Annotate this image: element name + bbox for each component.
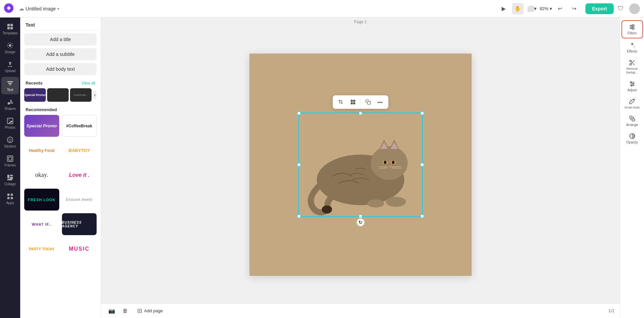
right-panel-remove-bg[interactable]: Remove backgr... — [621, 57, 643, 77]
recents-next-btn[interactable]: › — [93, 90, 97, 100]
resize-handle-tl[interactable] — [297, 112, 301, 115]
sidebar-item-templates[interactable]: Templates — [1, 20, 19, 38]
add-title-btn[interactable]: Add a title — [24, 33, 97, 45]
opacity-icon — [629, 133, 636, 139]
svg-point-61 — [633, 83, 634, 84]
export-button[interactable]: Export — [585, 3, 614, 14]
right-panel-opacity[interactable]: Opacity — [621, 130, 643, 147]
svg-rect-3 — [7, 27, 10, 29]
recents-header: Recents View all — [20, 78, 101, 87]
svg-rect-2 — [10, 24, 13, 26]
doc-icon: ☁ — [19, 5, 24, 12]
add-page-icon — [137, 309, 142, 313]
sidebar-item-stickers[interactable]: Stickers — [1, 133, 19, 151]
logo[interactable] — [4, 3, 13, 14]
recent-item-3[interactable]: COSTUM... — [70, 88, 92, 102]
style-item-babytoy[interactable]: BABYTOY — [62, 139, 97, 161]
resize-handle-ml[interactable] — [297, 163, 301, 166]
trash-btn[interactable]: 🗑 — [120, 306, 131, 316]
recommended-label: Recommended — [26, 107, 57, 112]
right-panel-effects[interactable]: Effects — [621, 39, 643, 56]
style-item-what-if[interactable]: WHAT IF.. — [24, 213, 59, 235]
resize-handle-tr[interactable] — [420, 112, 424, 115]
zoom-control[interactable]: 82% ▾ — [540, 3, 552, 14]
bottombar: 📷 🗑 Add page 1/1 — [101, 303, 620, 318]
sidebar-item-apps[interactable]: Apps — [1, 190, 19, 208]
right-panel-arrange[interactable]: Arrange — [621, 113, 643, 129]
sidebar-item-shapes[interactable]: Shapes — [1, 96, 19, 113]
more-options-btn[interactable]: ••• — [375, 97, 385, 107]
doc-dropdown-arrow[interactable]: ▾ — [57, 6, 59, 11]
right-panel-effects-label: Effects — [627, 50, 637, 53]
float-toolbar: ••• — [333, 95, 388, 109]
recent-item-1[interactable]: Special Promo — [24, 88, 46, 102]
view-options-btn[interactable]: ⬜▾ — [526, 3, 538, 14]
wand-icon — [629, 98, 636, 105]
style-item-music[interactable]: MUSIC — [62, 238, 97, 260]
select-tool-btn[interactable]: ▶ — [498, 3, 509, 14]
right-panel-adjust[interactable]: Adjust — [621, 78, 643, 95]
canvas-container[interactable]: ↻ — [101, 26, 620, 303]
svg-rect-40 — [350, 100, 352, 102]
style-item-healthy-food[interactable]: Healthy Food — [24, 139, 59, 161]
svg-rect-43 — [353, 102, 355, 104]
right-panel-smart-tools-label: Smart tools — [624, 106, 640, 109]
style-item-love-it[interactable]: Love it . — [62, 164, 97, 186]
right-panel-filters[interactable]: Filters — [621, 20, 643, 38]
sidebar-item-text[interactable]: Text — [1, 77, 19, 94]
right-panel-smart-tools[interactable]: Smart tools — [621, 95, 643, 112]
style-item-coffee-break[interactable]: #CoffeeBreak — [62, 115, 97, 137]
svg-point-5 — [9, 44, 11, 46]
add-page-btn[interactable]: Add page — [133, 306, 167, 315]
shield-icon[interactable]: 🛡 — [618, 5, 624, 12]
topbar: ☁ Untitled image ▾ ▶ ✋ ⬜▾ 82% ▾ ↩ ↪ Expo… — [0, 0, 644, 18]
hand-tool-btn[interactable]: ✋ — [512, 3, 523, 14]
sidebar-item-label-shapes: Shapes — [4, 107, 16, 110]
resize-handle-bl[interactable] — [297, 215, 301, 218]
resize-handle-bm[interactable] — [359, 215, 362, 218]
resize-handle-mr[interactable] — [420, 163, 424, 166]
doc-name[interactable]: Untitled image — [26, 6, 56, 11]
style-item-okay[interactable]: okay. — [24, 164, 59, 186]
svg-rect-18 — [7, 194, 9, 196]
crop-tool-btn[interactable] — [335, 97, 346, 107]
sidebar-item-frames[interactable]: Frames — [1, 152, 19, 170]
avatar[interactable] — [629, 3, 640, 14]
recent-item-2[interactable] — [47, 88, 69, 102]
scissors-icon — [629, 59, 636, 66]
add-body-btn[interactable]: Add body text — [24, 63, 97, 75]
style-item-jewelry[interactable]: Exclusive Jewelry — [62, 189, 97, 211]
sidebar-item-upload[interactable]: Upload — [1, 58, 19, 75]
resize-handle-tm[interactable] — [359, 112, 362, 115]
resize-handle-br[interactable] — [420, 215, 424, 218]
svg-point-9 — [7, 137, 13, 143]
recommended-grid: Special Promo #CoffeeBreak Healthy Food … — [20, 114, 101, 264]
svg-rect-17 — [7, 179, 12, 181]
view-all-link[interactable]: View all — [81, 81, 95, 86]
redo-btn[interactable]: ↪ — [569, 3, 580, 14]
recommended-header: Recommended — [20, 104, 101, 114]
svg-rect-13 — [8, 157, 11, 160]
style-item-business[interactable]: BUSINESS AGENCY — [62, 213, 97, 235]
image-selection-box[interactable]: ↻ — [298, 113, 423, 217]
left-panel: Text Add a title Add a subtitle Add body… — [20, 18, 101, 318]
add-subtitle-btn[interactable]: Add a subtitle — [24, 48, 97, 60]
undo-btn[interactable]: ↩ — [554, 3, 566, 14]
toolbar-divider — [360, 99, 361, 105]
sidebar-item-design[interactable]: Design — [1, 39, 19, 57]
sidebar-item-label-collage: Collage — [4, 182, 16, 186]
style-item-special-promo[interactable]: Special Promo — [24, 115, 59, 137]
sidebar-item-photos[interactable]: Photos — [1, 115, 19, 132]
sidebar-item-collage[interactable]: Collage — [1, 171, 19, 189]
svg-point-55 — [630, 60, 631, 62]
camera-btn[interactable]: 📷 — [106, 306, 117, 316]
collage-tool-btn[interactable] — [347, 97, 358, 107]
sidebar-item-label-templates: Templates — [2, 31, 18, 35]
style-item-fresh-look[interactable]: FRESH LOOK — [24, 189, 59, 211]
sidebar-item-label-design: Design — [5, 50, 15, 54]
main-area: Templates Design Upload Text Shapes Phot… — [0, 18, 644, 318]
style-item-party-today[interactable]: PARTY TODAY — [24, 238, 59, 260]
copy-style-btn[interactable] — [363, 97, 373, 107]
rotate-handle[interactable]: ↻ — [357, 218, 365, 226]
design-canvas[interactable]: ↻ — [249, 54, 472, 276]
